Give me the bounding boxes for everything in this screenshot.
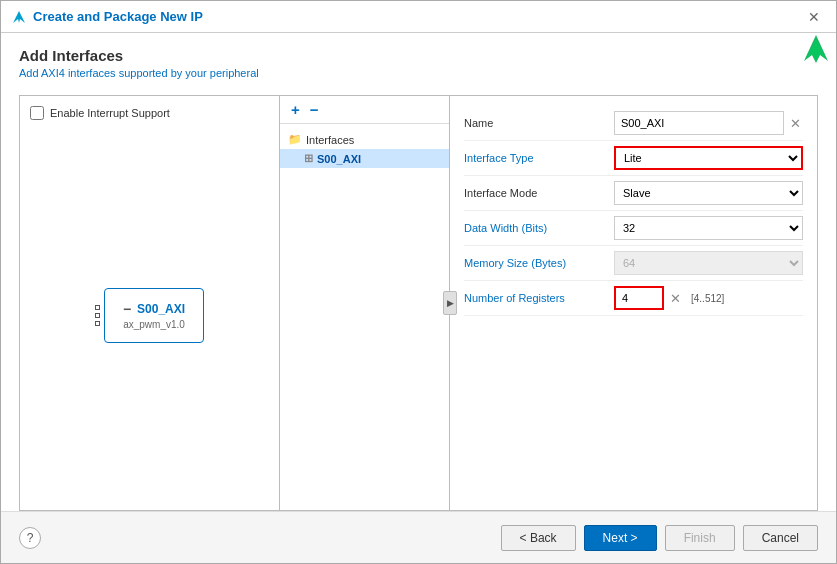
memory-size-label: Memory Size (Bytes) — [464, 257, 614, 269]
content-area: Add Interfaces Add AXI4 interfaces suppo… — [1, 33, 836, 511]
data-width-select[interactable]: 32 64 128 — [614, 216, 803, 240]
title-highlight: New IP — [160, 9, 203, 24]
title-prefix: Create and Package — [33, 9, 160, 24]
svg-marker-2 — [806, 39, 826, 61]
interface-mode-label: Interface Mode — [464, 187, 614, 199]
remove-interface-button[interactable]: − — [307, 102, 322, 117]
port-dots — [95, 305, 100, 326]
main-panel: Enable Interrupt Support — [19, 95, 818, 511]
peripheral-box-header: − S00_AXI — [123, 301, 185, 317]
svg-marker-0 — [13, 11, 25, 23]
interface-type-label: Interface Type — [464, 152, 614, 164]
name-input[interactable] — [614, 111, 784, 135]
left-section: Enable Interrupt Support — [20, 96, 280, 510]
interfaces-tree: 📁 Interfaces ⊞ S00_AXI — [280, 124, 449, 510]
num-registers-input[interactable] — [614, 286, 664, 310]
num-registers-row: Number of Registers ✕ [4..512] — [464, 281, 803, 316]
interface-item-label: S00_AXI — [317, 153, 361, 165]
memory-size-select: 64 — [614, 251, 803, 275]
name-label: Name — [464, 117, 614, 129]
interface-type-select[interactable]: Lite Full Stream — [614, 146, 803, 170]
interface-mode-value-area: Slave Master — [614, 181, 803, 205]
name-clear-button[interactable]: ✕ — [788, 116, 803, 131]
interface-mode-row: Interface Mode Slave Master — [464, 176, 803, 211]
page-header: Add Interfaces Add AXI4 interfaces suppo… — [19, 47, 818, 79]
port-indicator — [95, 305, 100, 326]
back-button[interactable]: < Back — [501, 525, 576, 551]
interface-item-s00axi[interactable]: ⊞ S00_AXI — [280, 149, 449, 168]
name-value-area: ✕ — [614, 111, 803, 135]
name-row: Name ✕ — [464, 106, 803, 141]
collapse-right-handle[interactable]: ▶ — [443, 291, 457, 315]
footer: ? < Back Next > Finish Cancel — [1, 511, 836, 563]
enable-interrupt-row: Enable Interrupt Support — [30, 106, 269, 120]
peripheral-diagram: − S00_AXI ax_pwm_v1.0 — [30, 130, 269, 500]
main-window: Create and Package New IP ✕ Add Interfac… — [0, 0, 837, 564]
toolbar: + − — [280, 96, 449, 124]
next-button[interactable]: Next > — [584, 525, 657, 551]
data-width-value-area: 32 64 128 — [614, 216, 803, 240]
folder-icon: 📁 — [288, 133, 302, 146]
peripheral-module: ax_pwm_v1.0 — [123, 319, 185, 330]
window-title: Create and Package New IP — [33, 9, 203, 24]
title-bar: Create and Package New IP ✕ — [1, 1, 836, 33]
add-interface-button[interactable]: + — [288, 102, 303, 117]
interface-mode-select[interactable]: Slave Master — [614, 181, 803, 205]
port-dot-2 — [95, 313, 100, 318]
num-registers-value-area: ✕ [4..512] — [614, 286, 803, 310]
page-subtitle: Add AXI4 interfaces supported by your pe… — [19, 67, 818, 79]
subtitle-suffix: your peripheral — [182, 67, 258, 79]
close-button[interactable]: ✕ — [802, 7, 826, 27]
minus-icon: − — [123, 301, 131, 317]
page-title: Add Interfaces — [19, 47, 818, 64]
footer-right: < Back Next > Finish Cancel — [501, 525, 818, 551]
logo-area — [800, 33, 832, 68]
enable-interrupt-label: Enable Interrupt Support — [50, 107, 170, 119]
help-button[interactable]: ? — [19, 527, 41, 549]
app-icon — [11, 9, 27, 25]
footer-left: ? — [19, 527, 41, 549]
middle-section: + − 📁 Interfaces ⊞ S00_AXI ▶ — [280, 96, 450, 510]
peripheral-box: − S00_AXI ax_pwm_v1.0 — [104, 288, 204, 343]
subtitle-prefix: Add AXI4 interfaces supported — [19, 67, 171, 79]
interfaces-folder-label: Interfaces — [306, 134, 354, 146]
interface-type-row: Interface Type Lite Full Stream — [464, 141, 803, 176]
finish-button[interactable]: Finish — [665, 525, 735, 551]
enable-interrupt-checkbox[interactable] — [30, 106, 44, 120]
num-registers-clear-button[interactable]: ✕ — [668, 291, 683, 306]
subtitle-highlight: by — [171, 67, 183, 79]
title-bar-left: Create and Package New IP — [11, 9, 203, 25]
num-registers-label: Number of Registers — [464, 292, 614, 304]
port-dot-1 — [95, 305, 100, 310]
interface-type-value-area: Lite Full Stream — [614, 146, 803, 170]
interface-item-icon: ⊞ — [304, 152, 313, 165]
cancel-button[interactable]: Cancel — [743, 525, 818, 551]
peripheral-name: S00_AXI — [137, 302, 185, 316]
properties-section: Name ✕ Interface Type Lite Full Stream — [450, 96, 817, 510]
num-registers-range: [4..512] — [691, 293, 724, 304]
interfaces-folder: 📁 Interfaces — [280, 130, 449, 149]
port-dot-3 — [95, 321, 100, 326]
data-width-label: Data Width (Bits) — [464, 222, 614, 234]
memory-size-row: Memory Size (Bytes) 64 — [464, 246, 803, 281]
data-width-row: Data Width (Bits) 32 64 128 — [464, 211, 803, 246]
memory-size-value-area: 64 — [614, 251, 803, 275]
collapse-right-arrow: ▶ — [447, 298, 454, 308]
vivado-logo — [800, 33, 832, 65]
